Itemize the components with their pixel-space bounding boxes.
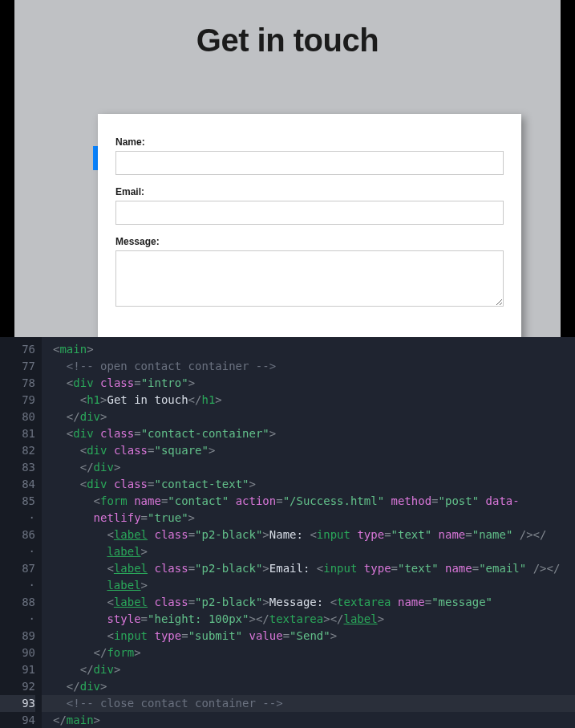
line-number: 82 [0,442,35,459]
line-number: 92 [0,678,35,695]
email-input[interactable] [115,201,504,225]
code-line[interactable]: style="height: 100px"></textarea></label… [42,611,575,628]
line-number-gutter: 76777879808182838485·86·87·88·8990919293… [0,337,42,728]
line-number: 79 [0,392,35,409]
code-editor[interactable]: 76777879808182838485·86·87·88·8990919293… [0,337,575,728]
code-line[interactable]: </div> [42,678,575,695]
line-number: 93 [0,695,35,712]
code-line[interactable]: <label class="p2-black">Message: <textar… [42,594,575,611]
message-label: Message: [115,236,504,247]
line-number: 76 [0,341,35,358]
line-number: 90 [0,645,35,661]
code-line[interactable]: </div> [42,459,575,476]
line-number: 84 [0,476,35,493]
line-number: 80 [0,409,35,425]
line-number: · [0,510,35,527]
name-label: Name: [115,136,504,148]
code-line[interactable]: <!-- open contact container --> [42,358,575,375]
browser-preview: Get in touch Name: Email: Message: [14,0,561,337]
code-line[interactable]: </div> [42,661,575,678]
line-number: 94 [0,712,35,728]
code-line[interactable]: <h1>Get in touch</h1> [42,392,575,409]
line-number: · [0,611,35,628]
line-number: 86 [0,527,35,543]
line-number: 85 [0,493,35,510]
code-content[interactable]: <main> <!-- open contact container --> <… [42,337,575,728]
code-line[interactable]: <main> [42,341,575,358]
line-number: 87 [0,560,35,577]
line-number: 88 [0,594,35,611]
code-line[interactable]: <div class="contact-container"> [42,425,575,442]
code-line[interactable]: netlify="true"> [42,510,575,527]
code-line[interactable]: </form> [42,645,575,661]
email-label: Email: [115,186,504,197]
line-number: 81 [0,425,35,442]
line-number: 91 [0,661,35,678]
code-line[interactable]: <form name="contact" action="/Success.ht… [42,493,575,510]
line-number: · [0,543,35,560]
code-line[interactable]: <!-- close contact container --> [42,695,575,712]
code-line[interactable]: <div class="intro"> [42,375,575,392]
code-line[interactable]: <input type="submit" value="Send"> [42,628,575,645]
code-line[interactable]: <label class="p2-black">Name: <input typ… [42,527,575,543]
line-number: 89 [0,628,35,645]
page-heading: Get in touch [14,22,561,59]
code-line[interactable]: </main> [42,712,575,728]
code-line[interactable]: label> [42,577,575,594]
code-line[interactable]: <div class="contact-text"> [42,476,575,493]
code-line[interactable]: <label class="p2-black">Email: <input ty… [42,560,575,577]
name-input[interactable] [115,151,504,175]
contact-form-card: Name: Email: Message: [98,114,521,337]
code-line[interactable]: </div> [42,409,575,425]
message-textarea[interactable] [115,250,504,307]
code-line[interactable]: <div class="square"> [42,442,575,459]
line-number: 77 [0,358,35,375]
line-number: 83 [0,459,35,476]
line-number: 78 [0,375,35,392]
code-line[interactable]: label> [42,543,575,560]
line-number: · [0,577,35,594]
